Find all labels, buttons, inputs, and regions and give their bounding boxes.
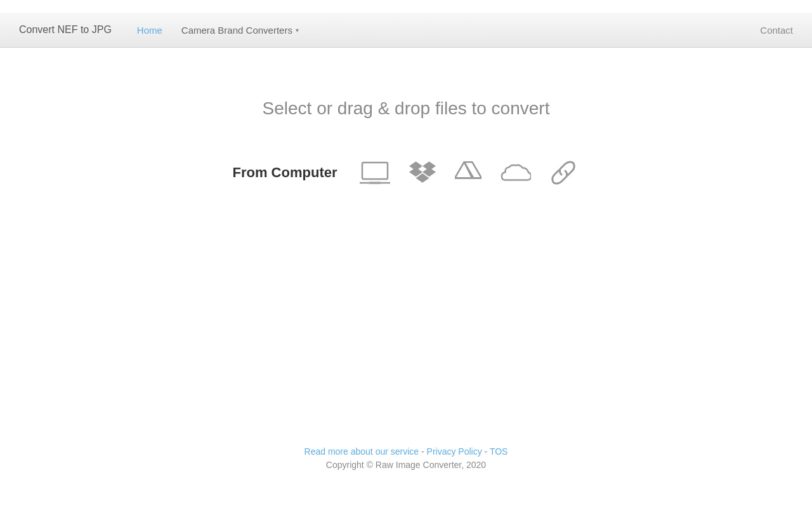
upload-icons [357,157,580,189]
tos-link[interactable]: TOS [490,446,508,457]
main-content: Select or drag & drop files to convert F… [0,48,812,189]
chevron-down-icon: ▾ [296,27,299,34]
page-heading: Select or drag & drop files to convert [263,98,550,119]
footer-links: Read more about our service - Privacy Po… [0,446,812,457]
svg-marker-8 [464,162,481,178]
privacy-policy-link[interactable]: Privacy Policy [427,446,482,457]
onedrive-icon-button[interactable] [497,158,534,187]
dropbox-icon-button[interactable] [406,157,439,189]
url-icon [550,160,577,185]
navbar-brand: Convert NEF to JPG [19,24,112,36]
onedrive-icon [501,161,531,184]
nav-home-link[interactable]: Home [137,25,162,36]
navbar: Convert NEF to JPG Home Camera Brand Con… [0,13,812,48]
footer: Read more about our service - Privacy Po… [0,446,812,470]
laptop-icon [360,160,390,185]
upload-section: From Computer [233,157,580,189]
svg-rect-0 [362,163,388,179]
laptop-icon-button[interactable] [357,157,393,189]
google-drive-icon-button[interactable] [452,157,485,189]
read-more-link[interactable]: Read more about our service [304,446,419,457]
from-computer-label: From Computer [233,164,337,181]
navbar-nav: Home Camera Brand Converters ▾ [137,25,760,36]
google-drive-icon [455,160,481,185]
separator-1: - [419,446,426,457]
dropbox-icon [409,160,436,185]
url-icon-button[interactable] [547,157,580,189]
camera-brand-label: Camera Brand Converters [181,25,292,36]
camera-brand-dropdown[interactable]: Camera Brand Converters ▾ [181,25,299,36]
contact-link[interactable]: Contact [760,25,793,36]
separator-2: - [482,446,490,457]
footer-copyright: Copyright © Raw Image Converter, 2020 [0,460,812,470]
